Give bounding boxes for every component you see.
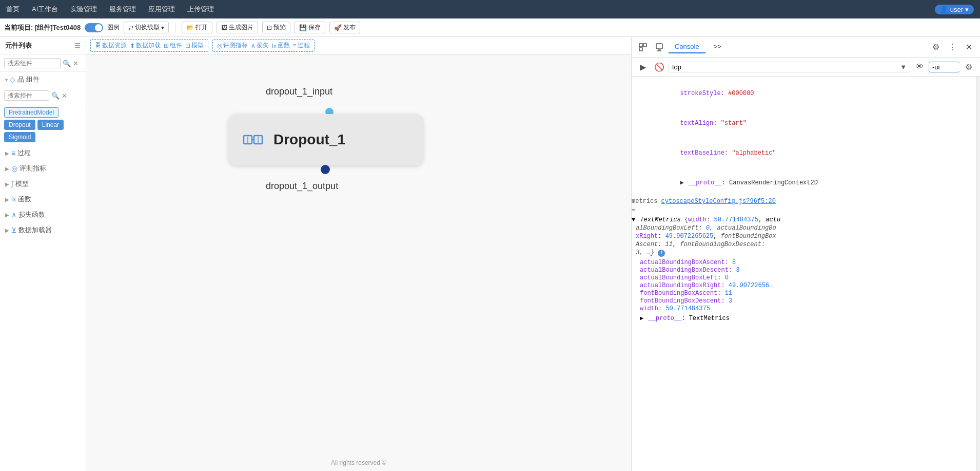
loss-label: 损失 — [257, 41, 269, 50]
prop-actualBBdescent: actualBoundingBoxDescent: 3 — [632, 267, 976, 274]
sidebar-section-model[interactable]: ▶ ∫ 模型 — [0, 176, 86, 192]
toolbar-loss[interactable]: ∧ 损失 — [251, 41, 269, 50]
source-link[interactable]: cytoscapeStyleConfig.js?96f5:20 — [661, 198, 776, 205]
section-label: 过程 — [17, 148, 31, 158]
triangle-icon: ▶ — [680, 178, 683, 187]
filter-input[interactable] — [672, 63, 900, 71]
inspector-button[interactable] — [636, 40, 650, 54]
info-icon[interactable]: i — [658, 250, 665, 257]
search-icon[interactable]: 🔍 — [63, 60, 71, 67]
dropdown-arrow[interactable]: ▼ — [900, 63, 907, 71]
output-connector[interactable] — [321, 165, 330, 174]
sidebar-section-function[interactable]: ▶ fx 函数 — [0, 192, 86, 207]
delete-icon[interactable]: ✕ — [73, 60, 79, 67]
chevron-icon: ▾ — [161, 24, 164, 31]
collapse-icon[interactable]: ☰ — [74, 42, 81, 50]
toggle-switch[interactable] — [85, 23, 103, 32]
arrow-icon: ▶ — [5, 212, 9, 218]
image-icon: 🖼 — [221, 24, 227, 31]
block-button[interactable]: 🚫 — [652, 60, 667, 74]
run-button[interactable]: ▶ — [636, 60, 650, 74]
db-icon: 🗄 — [95, 42, 101, 49]
section-label: 评测指标 — [19, 164, 46, 173]
tab-console[interactable]: Console — [669, 41, 705, 53]
device-button[interactable] — [652, 40, 667, 54]
tm-line4: Ascent: 11, fontBoundingBoxDescent: — [632, 241, 976, 248]
control-search-input[interactable] — [4, 90, 49, 101]
main-area: 元件列表 ☰ 🔍 ✕ ▾ ◇ 品 组件 🔍 ✕ PretrainedModel … — [0, 37, 980, 471]
highlighted-block: metrics cytoscapeStyleConfig.js?96f5:20 … — [632, 198, 976, 322]
tm-line2: alBoundingBoxLeft: 0, actualBoundingBo — [632, 224, 976, 232]
nav-upload[interactable]: 上传管理 — [187, 5, 214, 14]
input-label: dropout_1_input — [266, 86, 332, 97]
toolbar-process[interactable]: ≡ 过程 — [293, 41, 310, 50]
nav-service[interactable]: 服务管理 — [109, 5, 136, 14]
expand-icon[interactable]: ▼ — [632, 216, 635, 223]
settings-button[interactable]: ⚙ — [929, 40, 943, 54]
legend-label: 图例 — [107, 23, 120, 32]
more-options-button[interactable]: ⋮ — [945, 40, 959, 54]
line-type-button[interactable]: ⇄ 切换线型 ▾ — [124, 22, 169, 33]
toolbar-data-load[interactable]: ⬆ 数据加载 — [130, 41, 161, 50]
func-icon: fx — [272, 43, 277, 49]
search-input[interactable] — [4, 58, 61, 68]
tag-linear[interactable]: Linear — [37, 120, 64, 130]
user-label: user — [950, 6, 963, 13]
sidebar-section-process[interactable]: ▶ ≡ 过程 — [0, 145, 86, 161]
loss-icon: ∧ — [11, 211, 16, 219]
tm-width-key: width — [688, 216, 707, 223]
model-label: 模型 — [191, 41, 204, 50]
publish-button[interactable]: 🚀 发布 — [329, 22, 360, 33]
preview-button[interactable]: ⊡ 预览 — [262, 22, 290, 33]
scrollbar[interactable] — [976, 77, 980, 471]
sidebar-section-loss[interactable]: ▶ ∧ 损失函数 — [0, 207, 86, 222]
tm-width-val: 50.771484375 — [714, 216, 758, 223]
model-icon2: ⊡ — [185, 42, 190, 49]
toolbar-data-source[interactable]: 🗄 数据资源 — [95, 41, 127, 50]
arrow-icon: ▶ — [5, 150, 9, 156]
toolbar-model[interactable]: ⊡ 模型 — [185, 41, 204, 50]
arrow-icon: ▶ — [5, 166, 9, 172]
tag-dropout[interactable]: Dropout — [4, 120, 35, 130]
prop-key: textAlign: — [680, 120, 717, 127]
line-type-icon: ⇄ — [128, 24, 133, 31]
close-button[interactable]: ✕ — [962, 40, 976, 54]
toolbar-component[interactable]: ⊞ 组件 — [164, 41, 182, 50]
control-search-icon[interactable]: 🔍 — [51, 92, 60, 100]
nav-app[interactable]: 应用管理 — [148, 5, 175, 14]
console-line-proto: ▶ __proto__: CanvasRenderingContext2D — [632, 168, 976, 198]
sidebar-section-metrics[interactable]: ▶ ◎ 评测指标 — [0, 161, 86, 176]
tm-boxleft: 0 — [706, 224, 710, 232]
prop-val: 8 — [732, 259, 736, 266]
component-icon: ◇ — [10, 76, 15, 84]
tag-pretrained[interactable]: PretrainedModel — [4, 107, 58, 118]
save-button[interactable]: 💾 保存 — [295, 22, 325, 33]
toolbar-function[interactable]: fx 函数 — [272, 41, 290, 50]
settings2-button[interactable]: ⚙ — [962, 60, 976, 74]
tm-ascent: Ascent: 11, fontBoundingBoxDescent: — [636, 241, 765, 248]
separator — [175, 23, 175, 33]
user-button[interactable]: 👤 user ▾ — [935, 5, 974, 14]
tm-line3: xRight: 49.9072265625, fontBoundingBox — [632, 233, 976, 240]
prop-key: textBaseline: — [680, 149, 728, 157]
control-delete-icon[interactable]: ✕ — [62, 92, 67, 100]
tag-sigmoid[interactable]: Sigmoid — [4, 132, 35, 142]
proto-label: __proto__ — [648, 315, 681, 322]
console-line: textBaseline: "alphabetic" — [632, 138, 976, 168]
nav-experiment[interactable]: 实验管理 — [70, 5, 97, 14]
generate-img-button[interactable]: 🖼 生成图片 — [217, 22, 258, 33]
nav-ai[interactable]: AI工作台 — [32, 5, 58, 14]
dropout-node[interactable]: Dropout_1 — [228, 114, 423, 165]
eye-button[interactable]: 👁 — [912, 60, 927, 74]
footer-text: All rights reserved © — [331, 459, 386, 466]
toolbar-eval-metrics[interactable]: ◎ 评测指标 — [217, 41, 248, 50]
tab-more[interactable]: >> — [708, 41, 728, 53]
sidebar-section-components[interactable]: ▾ ◇ 品 组件 — [0, 72, 86, 87]
sidebar-section-dataloader[interactable]: ▶ ⊻ 数据加载器 — [0, 222, 86, 238]
prop-key: fontBoundingBoxDescent: — [640, 297, 725, 305]
prop-key: actualBoundingBoxLeft: — [640, 274, 721, 281]
prop-val: 50.771484375 — [665, 305, 710, 312]
open-button[interactable]: 📂 打开 — [182, 22, 212, 33]
nav-home[interactable]: 首页 — [6, 5, 19, 14]
eval-icon: ◎ — [217, 42, 222, 49]
